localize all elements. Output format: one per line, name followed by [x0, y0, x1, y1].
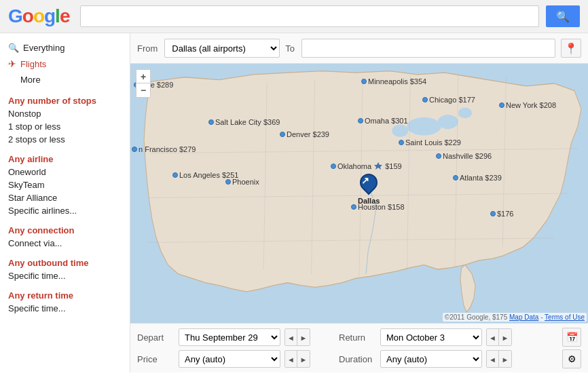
location-button[interactable]: 📍: [561, 39, 581, 58]
city-minneapolis[interactable]: Minneapolis $354: [361, 77, 426, 85]
sidebar-item-flights[interactable]: ✈ Flights: [8, 56, 122, 72]
return-next-button[interactable]: ►: [499, 329, 511, 346]
sidebar-section-outbound[interactable]: Any outbound time: [8, 258, 122, 268]
map-pin-arrow-icon: ↗: [361, 175, 369, 186]
city-dot: [208, 119, 214, 125]
city-label: Oklahoma $159: [337, 161, 402, 172]
sidebar-option-star-alliance[interactable]: Star Alliance: [8, 191, 122, 204]
svg-point-4: [392, 125, 408, 137]
zoom-in-button[interactable]: +: [136, 70, 150, 83]
price-select[interactable]: Any (auto): [179, 350, 280, 368]
plane-icon: ✈: [8, 58, 16, 69]
sidebar-option-specific-airlines[interactable]: Specific airlines...: [8, 204, 122, 217]
city-dot: [453, 175, 458, 180]
city-nashville[interactable]: Nashville $296: [436, 152, 492, 160]
city-denver[interactable]: Denver $239: [280, 130, 329, 138]
sidebar-option-outbound-time[interactable]: Specific time...: [8, 269, 122, 282]
sidebar-option-skyteam[interactable]: SkyTeam: [8, 178, 122, 191]
sidebar-option-connect-via[interactable]: Connect via...: [8, 237, 122, 250]
city-label: Saint Louis $229: [405, 138, 461, 147]
depart-select[interactable]: Thu September 29: [179, 328, 280, 346]
city-phoenix[interactable]: Phoenix: [225, 178, 259, 186]
city-label: New York $208: [506, 101, 556, 109]
sidebar-section-connection[interactable]: Any connection: [8, 225, 122, 235]
city-oklahoma[interactable]: Oklahoma $159: [331, 161, 402, 172]
sidebar-section-stops[interactable]: Any number of stops: [8, 96, 122, 106]
sidebar-option-1stop[interactable]: 1 stop or less: [8, 120, 122, 133]
city-sf[interactable]: n Francisco $279: [132, 145, 196, 153]
depart-label: Depart: [137, 332, 174, 343]
city-chicago[interactable]: Chicago $177: [422, 96, 475, 104]
city-atlanta[interactable]: Atlanta $239: [453, 174, 502, 182]
price-next-button[interactable]: ►: [297, 351, 310, 368]
sidebar-item-everything[interactable]: 🔍 Everything: [8, 40, 122, 56]
map-area: + − attle $289 Minneapolis $354 Chicago …: [130, 64, 588, 323]
price-prev-button[interactable]: ◄: [285, 351, 297, 368]
depart-prev-button[interactable]: ◄: [285, 329, 297, 346]
sidebar-item-more[interactable]: More: [8, 72, 122, 88]
sidebar-option-return-time[interactable]: Specific time...: [8, 302, 122, 315]
svg-point-2: [438, 115, 458, 129]
city-label: $176: [497, 210, 513, 218]
city-dot: [422, 97, 428, 102]
search-button[interactable]: 🔍: [546, 5, 580, 27]
to-input[interactable]: [301, 39, 555, 58]
city-label: Phoenix: [232, 178, 259, 186]
city-dot: [490, 211, 496, 216]
city-new-york[interactable]: New York $208: [499, 101, 556, 109]
map-data-link[interactable]: Map Data: [509, 313, 538, 321]
sidebar-option-oneworld[interactable]: Oneworld: [8, 166, 122, 178]
sidebar: 🔍 Everything ✈ Flights More Any number o…: [0, 33, 130, 373]
sidebar-section-airline[interactable]: Any airline: [8, 154, 122, 164]
from-select[interactable]: Dallas (all airports): [164, 39, 280, 58]
search-small-icon: 🔍: [8, 43, 19, 53]
map-copyright: ©2011 Google, $175 Map Data - Terms of U…: [443, 313, 587, 322]
header: Google 🔍: [0, 0, 588, 33]
controls-row-dates: Depart Thu September 29 ◄ ► Return Mon O…: [137, 328, 581, 347]
main-content: From Dallas (all airports) To 📍: [130, 33, 588, 373]
dallas-pin[interactable]: ↗ Dallas: [358, 174, 380, 205]
calendar-icon: 📅: [566, 332, 578, 343]
search-input[interactable]: [80, 5, 539, 27]
settings-button[interactable]: ⚙: [562, 349, 581, 368]
duration-prev-button[interactable]: ◄: [487, 351, 499, 368]
city-label: Minneapolis $354: [368, 77, 426, 85]
city-dot: [280, 132, 285, 137]
duration-arrows: ◄ ►: [486, 350, 512, 368]
city-salt-lake[interactable]: Salt Lake City $369: [208, 118, 280, 126]
city-label: Nashville $296: [443, 152, 492, 160]
price-label: Price: [137, 354, 174, 364]
dallas-label: Dallas: [358, 197, 380, 205]
city-omaha[interactable]: Omaha $301: [358, 117, 408, 125]
zoom-out-button[interactable]: −: [136, 83, 150, 97]
city-miami[interactable]: $176: [490, 210, 513, 218]
sidebar-option-2stop[interactable]: 2 stops or less: [8, 133, 122, 146]
sidebar-option-nonstop[interactable]: Nonstop: [8, 107, 122, 120]
location-icon: 📍: [564, 42, 578, 55]
price-arrows: ◄ ►: [284, 350, 310, 368]
sidebar-item-more-label: More: [20, 75, 41, 85]
duration-select[interactable]: Any (auto): [380, 350, 482, 368]
svg-point-3: [458, 108, 472, 119]
city-label: Atlanta $239: [460, 174, 502, 182]
return-arrows: ◄ ►: [486, 328, 512, 346]
bottom-controls: Depart Thu September 29 ◄ ► Return Mon O…: [130, 323, 588, 373]
return-select[interactable]: Mon October 3: [380, 328, 482, 346]
main-layout: 🔍 Everything ✈ Flights More Any number o…: [0, 33, 588, 373]
duration-next-button[interactable]: ►: [499, 351, 511, 368]
return-prev-button[interactable]: ◄: [487, 329, 499, 346]
city-dot: [225, 179, 231, 185]
calendar-button[interactable]: 📅: [562, 328, 581, 347]
city-dot: [331, 164, 336, 169]
to-label: To: [285, 43, 295, 54]
city-dot: [358, 118, 363, 123]
city-dot: [132, 147, 137, 152]
depart-next-button[interactable]: ►: [297, 329, 310, 346]
city-stlouis[interactable]: Saint Louis $229: [399, 138, 461, 147]
duration-label: Duration: [339, 354, 376, 364]
city-label: Omaha $301: [365, 117, 408, 125]
terms-of-use-link[interactable]: Terms of Use: [545, 313, 585, 321]
sidebar-section-return[interactable]: Any return time: [8, 290, 122, 301]
return-label: Return: [339, 332, 376, 343]
city-dot: [361, 79, 367, 84]
